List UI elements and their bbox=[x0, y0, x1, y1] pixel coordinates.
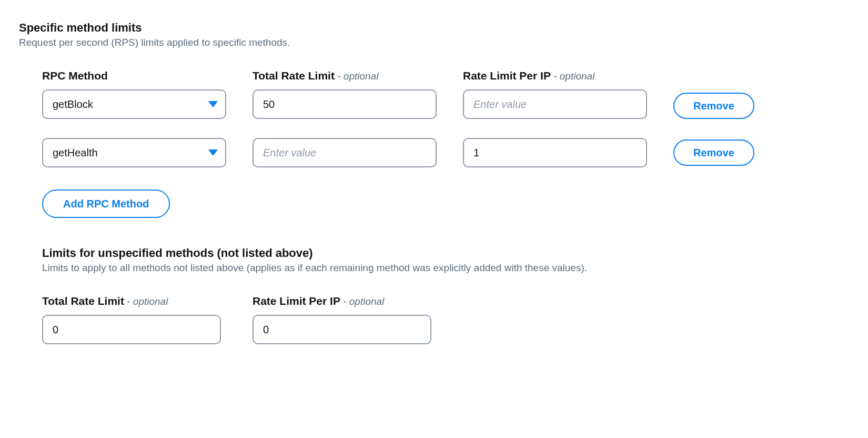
unspecified-row: Total Rate Limit - optional Rate Limit P… bbox=[42, 295, 849, 344]
unspecified-description: Limits to apply to all methods not liste… bbox=[42, 262, 849, 274]
total-rate-limit-input[interactable] bbox=[253, 89, 437, 119]
method-limit-row: RPC Method getBlock Total Rate Limit - o… bbox=[42, 69, 849, 119]
specific-rows: RPC Method getBlock Total Rate Limit - o… bbox=[19, 69, 849, 218]
rpc-method-select[interactable]: getHealth bbox=[42, 138, 226, 167]
rpc-method-select[interactable]: getBlock bbox=[42, 89, 226, 119]
unspecified-total-header: Total Rate Limit - optional bbox=[42, 295, 221, 307]
method-limit-row: getHealth Remove bbox=[42, 138, 849, 167]
remove-button[interactable]: Remove bbox=[673, 93, 754, 119]
add-rpc-method-button[interactable]: Add RPC Method bbox=[42, 190, 170, 218]
rate-limit-per-ip-input[interactable] bbox=[463, 89, 647, 119]
rpc-method-header: RPC Method bbox=[42, 69, 226, 82]
unspecified-per-ip-input[interactable] bbox=[253, 315, 431, 344]
unspecified-per-ip-header: Rate Limit Per IP - optional bbox=[253, 295, 431, 307]
remove-button[interactable]: Remove bbox=[673, 140, 754, 166]
rate-limit-per-ip-header: Rate Limit Per IP - optional bbox=[463, 69, 647, 82]
unspecified-title: Limits for unspecified methods (not list… bbox=[42, 246, 849, 260]
specific-description: Request per second (RPS) limits applied … bbox=[19, 37, 849, 48]
unspecified-total-input[interactable] bbox=[42, 315, 221, 344]
rate-limit-per-ip-input[interactable] bbox=[463, 138, 647, 167]
specific-section: Specific method limits Request per secon… bbox=[19, 21, 849, 218]
specific-title: Specific method limits bbox=[19, 21, 849, 35]
total-rate-limit-header: Total Rate Limit - optional bbox=[253, 69, 437, 82]
total-rate-limit-input[interactable] bbox=[253, 138, 437, 167]
unspecified-section: Limits for unspecified methods (not list… bbox=[19, 246, 849, 344]
